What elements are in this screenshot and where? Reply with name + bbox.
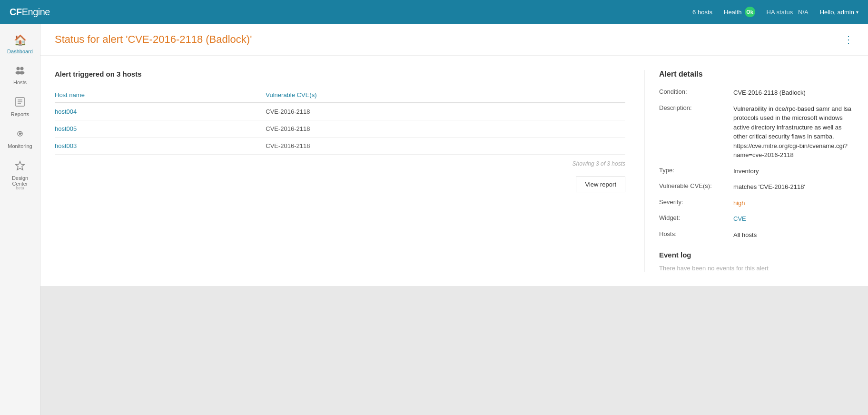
sidebar: 🏠 Dashboard Hosts [0, 24, 40, 286]
main-content: Status for alert 'CVE-2016-2118 (Badlock… [40, 24, 868, 286]
detail-value: Inventory [733, 167, 854, 176]
brand-cf: CF [10, 7, 22, 17]
detail-row: Type:Inventory [659, 167, 854, 176]
detail-row: Severity:high [659, 198, 854, 208]
svg-point-0 [17, 67, 20, 70]
sidebar-item-reports-label: Reports [11, 111, 30, 117]
col-hostname: Host name [55, 88, 266, 103]
hosts-table-head: Host name Vulnerable CVE(s) [55, 88, 625, 103]
event-log-empty: There have been no events for this alert [659, 265, 854, 272]
detail-value: matches 'CVE-2016-2118' [733, 182, 854, 192]
showing-text: Showing 3 of 3 hosts [55, 160, 625, 167]
chevron-down-icon: ▾ [856, 10, 858, 15]
table-row: host003CVE-2016-2118 [55, 138, 625, 155]
health-ok-badge: Ok [745, 7, 755, 17]
sidebar-item-reports[interactable]: Reports [0, 91, 40, 123]
detail-label: Severity: [659, 198, 726, 206]
detail-value[interactable]: CVE [733, 214, 854, 224]
alert-hosts-title: Alert triggered on 3 hosts [55, 70, 625, 78]
hosts-table: Host name Vulnerable CVE(s) host004CVE-2… [55, 88, 625, 155]
svg-point-9 [20, 133, 21, 135]
ha-status-value: N/A [798, 9, 809, 16]
detail-row: Widget:CVE [659, 214, 854, 224]
svg-point-1 [20, 67, 24, 70]
sidebar-item-monitoring[interactable]: Monitoring [0, 123, 40, 155]
hosts-table-body: host004CVE-2016-2118host005CVE-2016-2118… [55, 103, 625, 155]
host-link[interactable]: host004 [55, 108, 77, 115]
host-link[interactable]: host003 [55, 142, 77, 149]
host-name-cell: host005 [55, 120, 266, 138]
detail-label: Type: [659, 167, 726, 174]
table-row: host004CVE-2016-2118 [55, 103, 625, 120]
detail-row: Condition:CVE-2016-2118 (Badlock) [659, 88, 854, 98]
host-name-cell: host003 [55, 138, 266, 155]
content-area: Alert triggered on 3 hosts Host name Vul… [40, 56, 868, 286]
navbar-right: 6 hosts Health Ok HA status N/A Hello, a… [692, 7, 858, 17]
sidebar-item-hosts-label: Hosts [13, 79, 27, 85]
alert-details-title: Alert details [659, 70, 854, 79]
right-panel: Alert details Condition:CVE-2016-2118 (B… [644, 70, 854, 272]
hosts-icon [14, 66, 26, 78]
table-row: host005CVE-2016-2118 [55, 120, 625, 138]
detail-label: Description: [659, 104, 726, 111]
cve-cell: CVE-2016-2118 [266, 120, 625, 138]
svg-point-3 [20, 71, 25, 75]
detail-value: high [733, 198, 854, 208]
page-header: Status for alert 'CVE-2016-2118 (Badlock… [40, 24, 868, 56]
hello-admin-label: Hello, admin [820, 9, 854, 16]
detail-label: Hosts: [659, 230, 726, 237]
cve-cell: CVE-2016-2118 [266, 103, 625, 120]
col-cve-label: Vulnerable CVE(s) [266, 91, 316, 99]
design-center-icon [15, 160, 25, 173]
detail-value: All hosts [733, 230, 854, 240]
detail-value: Vulnerability in dce/rpc-based samr and … [733, 104, 854, 160]
detail-row: Hosts:All hosts [659, 230, 854, 240]
detail-row: Vulnerable CVE(s):matches 'CVE-2016-2118… [659, 182, 854, 192]
sidebar-item-hosts[interactable]: Hosts [0, 60, 40, 91]
more-options-icon[interactable]: ⋮ [844, 34, 854, 45]
sidebar-item-dashboard-label: Dashboard [7, 49, 33, 54]
hello-admin-menu[interactable]: Hello, admin ▾ [820, 9, 858, 16]
view-report-button[interactable]: View report [576, 177, 625, 192]
event-log-title: Event log [659, 251, 854, 259]
ha-status: HA status N/A [767, 9, 809, 16]
monitoring-icon [15, 128, 25, 141]
sidebar-item-design-center-label: Design Center [4, 175, 36, 187]
detail-label: Vulnerable CVE(s): [659, 182, 726, 189]
svg-marker-10 [16, 161, 24, 170]
sidebar-item-monitoring-label: Monitoring [8, 143, 32, 149]
reports-icon [15, 97, 25, 109]
host-name-cell: host004 [55, 103, 266, 120]
alert-details-rows: Condition:CVE-2016-2118 (Badlock)Descrip… [659, 88, 854, 239]
detail-label: Widget: [659, 214, 726, 221]
host-link[interactable]: host005 [55, 125, 77, 132]
ha-status-label: HA status [767, 9, 793, 16]
col-cve: Vulnerable CVE(s) [266, 88, 625, 103]
layout: 🏠 Dashboard Hosts [0, 24, 868, 286]
brand-engine: Engine [22, 7, 50, 17]
detail-value: CVE-2016-2118 (Badlock) [733, 88, 854, 98]
health-badge: Health Ok [724, 7, 755, 17]
navbar: CFEngine 6 hosts Health Ok HA status N/A… [0, 0, 868, 24]
dashboard-icon: 🏠 [14, 34, 27, 47]
page-title: Status for alert 'CVE-2016-2118 (Badlock… [55, 33, 252, 46]
sidebar-item-design-center-beta: beta [16, 186, 24, 190]
sidebar-item-dashboard[interactable]: 🏠 Dashboard [0, 29, 40, 60]
cve-cell: CVE-2016-2118 [266, 138, 625, 155]
detail-row: Description:Vulnerability in dce/rpc-bas… [659, 104, 854, 160]
left-panel: Alert triggered on 3 hosts Host name Vul… [55, 70, 625, 272]
col-hostname-label: Host name [55, 91, 85, 99]
detail-label: Condition: [659, 88, 726, 95]
health-label: Health [724, 9, 742, 16]
sidebar-item-design-center[interactable]: Design Center beta [0, 155, 40, 196]
hosts-count: 6 hosts [692, 9, 712, 16]
brand-logo: CFEngine [10, 7, 50, 18]
